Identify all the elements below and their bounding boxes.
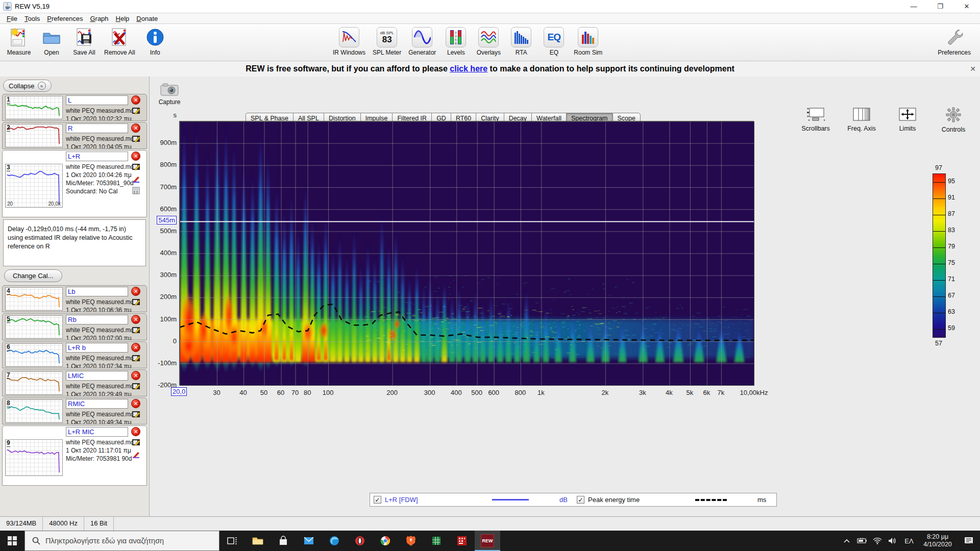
measurement-thumbnail[interactable]: 4	[5, 287, 63, 311]
measurement-name-input[interactable]: LMIC	[66, 371, 128, 381]
legend-checkbox-1[interactable]: ✓	[577, 496, 584, 504]
menu-help[interactable]: Help	[112, 14, 133, 23]
capture-button[interactable]: Capture	[158, 83, 181, 106]
measurement-thumbnail[interactable]: 8	[5, 399, 63, 423]
store-icon[interactable]	[271, 531, 296, 551]
measurement-thumbnail[interactable]: 7	[5, 371, 63, 395]
minimize-button[interactable]: —	[900, 0, 927, 13]
measurement-thumbnail[interactable]: 32020,0k	[5, 164, 63, 208]
measurement-name-input[interactable]: Rb	[66, 315, 128, 324]
delete-measurement-icon[interactable]: ✕	[131, 427, 140, 436]
spl-meter-button[interactable]: dB SPL83 SPL Meter	[371, 26, 403, 57]
notes-icon[interactable]	[132, 298, 140, 306]
opera-icon[interactable]	[347, 531, 373, 551]
tray-chevron-icon[interactable]	[839, 531, 854, 551]
measurement-item-LMIC[interactable]: 7LMIC✕white PEQ measured.md1 Οκτ 2020 10…	[2, 369, 147, 396]
measurement-item-Rb[interactable]: 5Rb✕white PEQ measured.md1 Οκτ 2020 10:0…	[2, 313, 147, 340]
measurement-name-input[interactable]: L+R MIC	[66, 427, 128, 437]
measurement-thumbnail[interactable]: 2	[5, 124, 63, 147]
legend-checkbox-0[interactable]: ✓	[374, 496, 381, 504]
info-button[interactable]: Info	[140, 26, 170, 57]
volume-icon[interactable]	[885, 531, 900, 551]
rta-button[interactable]: RTA	[506, 26, 536, 57]
wifi-icon[interactable]	[870, 531, 885, 551]
notes-icon[interactable]	[132, 107, 140, 115]
delete-measurement-icon[interactable]: ✕	[131, 343, 140, 352]
mail-icon[interactable]	[296, 531, 322, 551]
donation-link[interactable]: click here	[450, 64, 487, 73]
measurement-name-input[interactable]: L+R b	[66, 343, 128, 353]
save-all-button[interactable]: Save All	[69, 26, 99, 57]
brave-icon[interactable]	[398, 531, 424, 551]
menu-donate[interactable]: Donate	[133, 14, 161, 23]
delete-measurement-icon[interactable]: ✕	[131, 371, 140, 380]
eq-button[interactable]: EQ EQ	[539, 26, 569, 57]
task-view-button[interactable]	[219, 531, 245, 551]
spectrogram-plot[interactable]	[179, 121, 754, 385]
spreadsheet-icon[interactable]	[424, 531, 449, 551]
file-explorer-icon[interactable]	[245, 531, 271, 551]
close-button[interactable]: ✕	[953, 0, 980, 13]
measurement-thumbnail[interactable]: 6	[5, 343, 63, 367]
measure-button[interactable]: Measure	[4, 26, 34, 57]
notification-center-icon[interactable]	[958, 531, 980, 551]
notes-icon[interactable]	[132, 327, 140, 334]
red-pixel-app-icon[interactable]	[449, 531, 475, 551]
scrollbars-button[interactable]: Scrollbars	[797, 107, 834, 133]
notes-icon[interactable]	[132, 135, 140, 143]
delete-measurement-icon[interactable]: ✕	[131, 152, 140, 161]
start-button[interactable]	[0, 531, 24, 551]
measurement-item-L+R MIC[interactable]: 9L+R MIC✕white PEQ measured.md1 Οκτ 2020…	[2, 425, 147, 486]
collapse-button[interactable]: Collapse «	[3, 80, 52, 92]
restore-button[interactable]: ❐	[927, 0, 953, 13]
notes-icon[interactable]	[132, 383, 140, 390]
measurement-name-input[interactable]: L+R	[66, 152, 128, 161]
overlays-button[interactable]: Overlays	[474, 26, 503, 57]
measurement-item-L[interactable]: 1L✕white PEQ measured.md1 Οκτ 2020 10:02…	[2, 94, 147, 121]
measurement-item-Lb[interactable]: 4Lb✕white PEQ measured.md1 Οκτ 2020 10:0…	[2, 285, 147, 312]
limits-button[interactable]: Limits	[889, 107, 926, 133]
notes-icon[interactable]	[132, 411, 140, 418]
ir-windows-button[interactable]: IR Windows	[331, 26, 368, 57]
measurement-item-L+R b[interactable]: 6L+R b✕white PEQ measured.md1 Οκτ 2020 1…	[2, 341, 147, 368]
calibration-icon[interactable]	[132, 187, 140, 194]
banner-close-icon[interactable]: ✕	[970, 61, 976, 77]
measurement-item-L+R[interactable]: 32020,0kL+R✕white PEQ measured.md1 Οκτ 2…	[2, 150, 147, 217]
rew-app-icon[interactable]: REW	[475, 531, 500, 551]
measurement-name-input[interactable]: R	[66, 123, 128, 133]
freq-axis-button[interactable]: Freq. Axis	[843, 107, 880, 133]
edge-icon[interactable]	[322, 531, 347, 551]
notes-icon[interactable]	[132, 355, 140, 362]
delete-measurement-icon[interactable]: ✕	[131, 287, 140, 296]
measurement-thumbnail[interactable]: 5	[5, 315, 63, 339]
controls-button[interactable]: Controls	[935, 107, 972, 133]
taskbar-search-input[interactable]: Πληκτρολογήστε εδώ για αναζήτηση	[24, 531, 219, 551]
measurement-name-input[interactable]: RMIC	[66, 399, 128, 409]
measurement-thumbnail[interactable]: 1	[5, 96, 63, 119]
generator-button[interactable]: Generator	[406, 26, 438, 57]
menu-file[interactable]: File	[3, 14, 21, 23]
room-sim-button[interactable]: Room Sim	[572, 26, 604, 57]
language-indicator[interactable]: ΕΛ	[900, 537, 918, 545]
delete-measurement-icon[interactable]: ✕	[131, 399, 140, 408]
open-button[interactable]: Open	[37, 26, 66, 57]
pen-icon[interactable]	[132, 176, 140, 183]
measurement-item-RMIC[interactable]: 8RMIC✕white PEQ measured.md1 Οκτ 2020 10…	[2, 397, 147, 424]
notes-icon[interactable]	[132, 163, 140, 171]
preferences-button[interactable]: Preferences	[936, 26, 973, 57]
clock[interactable]: 8:20 μμ 4/10/2020	[918, 533, 958, 548]
measurement-item-R[interactable]: 2R✕white PEQ measured.md1 Οκτ 2020 10:04…	[2, 122, 147, 149]
change-cal-button[interactable]: Change Cal...	[4, 269, 62, 282]
measurement-name-input[interactable]: L	[66, 95, 128, 105]
notes-icon[interactable]	[132, 439, 140, 446]
delete-measurement-icon[interactable]: ✕	[131, 95, 140, 105]
menu-graph[interactable]: Graph	[86, 14, 112, 23]
pen-icon[interactable]	[132, 451, 140, 459]
menu-tools[interactable]: Tools	[21, 14, 43, 23]
levels-button[interactable]: 0369 Levels	[441, 26, 471, 57]
measurement-thumbnail[interactable]: 9	[5, 439, 63, 476]
delete-measurement-icon[interactable]: ✕	[131, 123, 140, 133]
remove-all-button[interactable]: Remove All	[102, 26, 137, 57]
menu-preferences[interactable]: Preferences	[43, 14, 86, 23]
delete-measurement-icon[interactable]: ✕	[131, 315, 140, 324]
